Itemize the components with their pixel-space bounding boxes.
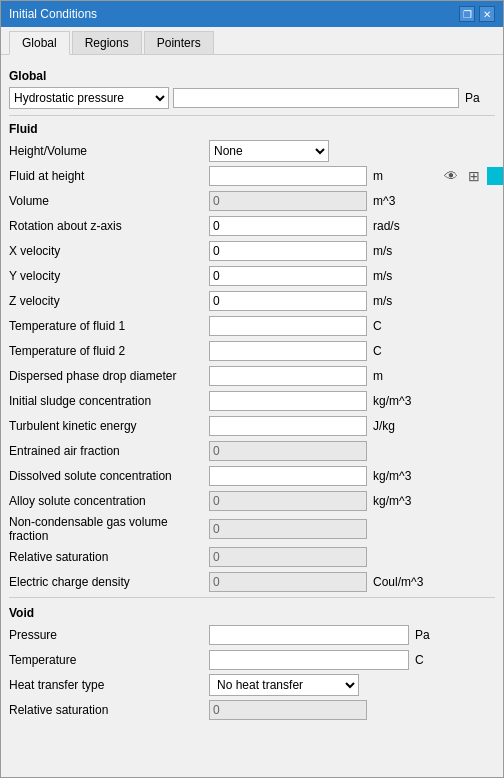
titlebar-controls: ❐ ✕ (459, 6, 495, 22)
electric-charge-row: Electric charge density Coul/m^3 (9, 571, 495, 593)
void-temperature-unit: C (415, 653, 475, 667)
height-volume-label: Height/Volume (9, 144, 209, 158)
titlebar: Initial Conditions ❐ ✕ (1, 1, 503, 27)
dissolved-solute-input[interactable] (209, 466, 367, 486)
volume-input[interactable] (209, 191, 367, 211)
fluid-at-height-unit: m (373, 169, 433, 183)
stack-icon[interactable]: ⊞ (464, 166, 484, 186)
fluid-relative-saturation-label: Relative saturation (9, 550, 209, 564)
rotation-z-input[interactable] (209, 216, 367, 236)
rotation-z-label: Rotation about z-axis (9, 219, 209, 233)
void-section: Void Pressure Pa Temperature C Heat tran… (9, 606, 495, 721)
dissolved-solute-label: Dissolved solute concentration (9, 469, 209, 483)
void-relative-saturation-row: Relative saturation (9, 699, 495, 721)
global-row: Hydrostatic pressure Pa (9, 87, 495, 109)
main-window: Initial Conditions ❐ ✕ Global Regions Po… (0, 0, 504, 778)
dispersed-phase-row: Dispersed phase drop diameter m (9, 365, 495, 387)
cyan-box-icon[interactable] (487, 167, 503, 185)
global-unit: Pa (465, 91, 495, 105)
x-velocity-unit: m/s (373, 244, 433, 258)
turbulent-kinetic-row: Turbulent kinetic energy J/kg (9, 415, 495, 437)
turbulent-kinetic-input[interactable] (209, 416, 367, 436)
void-pressure-input[interactable] (209, 625, 409, 645)
restore-button[interactable]: ❐ (459, 6, 475, 22)
temp-fluid2-row: Temperature of fluid 2 C (9, 340, 495, 362)
z-velocity-label: Z velocity (9, 294, 209, 308)
temp-fluid1-unit: C (373, 319, 433, 333)
dissolved-solute-unit: kg/m^3 (373, 469, 433, 483)
volume-unit: m^3 (373, 194, 433, 208)
electric-charge-label: Electric charge density (9, 575, 209, 589)
turbulent-kinetic-unit: J/kg (373, 419, 433, 433)
alloy-solute-row: Alloy solute concentration kg/m^3 (9, 490, 495, 512)
heat-transfer-type-dropdown[interactable]: No heat transfer heat transfer (209, 674, 359, 696)
x-velocity-input[interactable] (209, 241, 367, 261)
global-input[interactable] (173, 88, 459, 108)
electric-charge-unit: Coul/m^3 (373, 575, 433, 589)
y-velocity-label: Y velocity (9, 269, 209, 283)
fluid-relative-saturation-input[interactable] (209, 547, 367, 567)
tab-regions[interactable]: Regions (72, 31, 142, 54)
fluid-at-height-input[interactable] (209, 166, 367, 186)
turbulent-kinetic-label: Turbulent kinetic energy (9, 419, 209, 433)
dissolved-solute-row: Dissolved solute concentration kg/m^3 (9, 465, 495, 487)
global-dropdown[interactable]: Hydrostatic pressure (9, 87, 169, 109)
x-velocity-row: X velocity m/s (9, 240, 495, 262)
dispersed-phase-unit: m (373, 369, 433, 383)
y-velocity-unit: m/s (373, 269, 433, 283)
heat-transfer-type-row: Heat transfer type No heat transfer heat… (9, 674, 495, 696)
fluid-section-label: Fluid (9, 122, 495, 136)
temp-fluid2-input[interactable] (209, 341, 367, 361)
void-relative-saturation-label: Relative saturation (9, 703, 209, 717)
temp-fluid1-row: Temperature of fluid 1 C (9, 315, 495, 337)
temp-fluid2-unit: C (373, 344, 433, 358)
icon-toolbar: 👁 ⊞ 🗑 (441, 166, 503, 186)
y-velocity-input[interactable] (209, 266, 367, 286)
fluid-at-height-label: Fluid at height (9, 169, 209, 183)
height-volume-dropdown[interactable]: None (209, 140, 329, 162)
void-temperature-input[interactable] (209, 650, 409, 670)
non-condensable-input[interactable] (209, 519, 367, 539)
dispersed-phase-input[interactable] (209, 366, 367, 386)
volume-label: Volume (9, 194, 209, 208)
z-velocity-input[interactable] (209, 291, 367, 311)
alloy-solute-unit: kg/m^3 (373, 494, 433, 508)
eye-icon[interactable]: 👁 (441, 166, 461, 186)
void-pressure-row: Pressure Pa (9, 624, 495, 646)
non-condensable-label: Non-condensable gas volume fraction (9, 515, 209, 543)
entrained-air-label: Entrained air fraction (9, 444, 209, 458)
temp-fluid1-input[interactable] (209, 316, 367, 336)
tab-pointers[interactable]: Pointers (144, 31, 214, 54)
entrained-air-row: Entrained air fraction (9, 440, 495, 462)
dispersed-phase-label: Dispersed phase drop diameter (9, 369, 209, 383)
alloy-solute-label: Alloy solute concentration (9, 494, 209, 508)
entrained-air-input[interactable] (209, 441, 367, 461)
content-area: Global Hydrostatic pressure Pa Fluid Hei… (1, 55, 503, 777)
close-button[interactable]: ✕ (479, 6, 495, 22)
void-temperature-label: Temperature (9, 653, 209, 667)
void-section-label: Void (9, 606, 495, 620)
initial-sludge-unit: kg/m^3 (373, 394, 433, 408)
void-pressure-unit: Pa (415, 628, 475, 642)
window-title: Initial Conditions (9, 7, 97, 21)
height-volume-row: Height/Volume None (9, 140, 495, 162)
z-velocity-unit: m/s (373, 294, 433, 308)
initial-sludge-input[interactable] (209, 391, 367, 411)
tab-bar: Global Regions Pointers (1, 27, 503, 55)
rotation-z-row: Rotation about z-axis rad/s (9, 215, 495, 237)
void-pressure-label: Pressure (9, 628, 209, 642)
fluid-at-height-row: Fluid at height m 👁 ⊞ 🗑 (9, 165, 495, 187)
non-condensable-row: Non-condensable gas volume fraction (9, 515, 495, 543)
tab-global[interactable]: Global (9, 31, 70, 55)
heat-transfer-type-label: Heat transfer type (9, 678, 209, 692)
void-relative-saturation-input[interactable] (209, 700, 367, 720)
global-section-label: Global (9, 69, 495, 83)
alloy-solute-input[interactable] (209, 491, 367, 511)
y-velocity-row: Y velocity m/s (9, 265, 495, 287)
void-temperature-row: Temperature C (9, 649, 495, 671)
temp-fluid2-label: Temperature of fluid 2 (9, 344, 209, 358)
z-velocity-row: Z velocity m/s (9, 290, 495, 312)
initial-sludge-label: Initial sludge concentration (9, 394, 209, 408)
x-velocity-label: X velocity (9, 244, 209, 258)
electric-charge-input[interactable] (209, 572, 367, 592)
